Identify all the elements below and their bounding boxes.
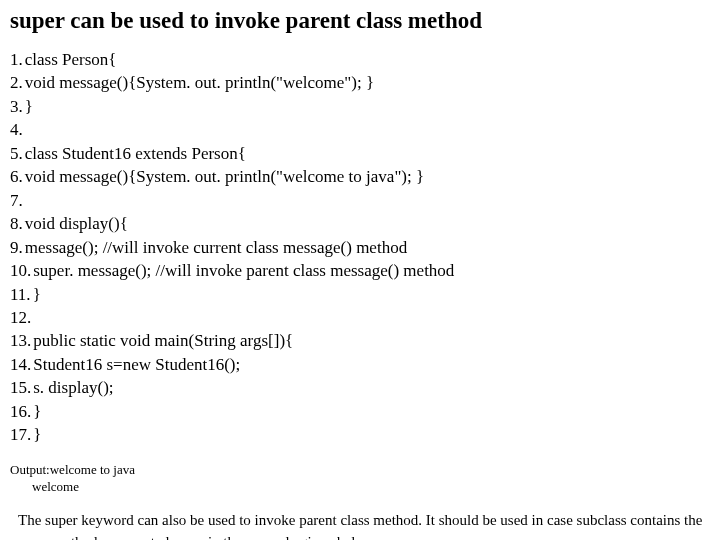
code-line: 4. — [10, 118, 710, 141]
code-listing: 1.class Person{2.void message(){System. … — [10, 48, 710, 447]
code-line: 13.public static void main(String args[]… — [10, 329, 710, 352]
line-number: 5. — [10, 142, 23, 165]
code-line: 14.Student16 s=new Student16(); — [10, 353, 710, 376]
line-number: 1. — [10, 48, 23, 71]
line-number: 13. — [10, 329, 31, 352]
code-text: Student16 s=new Student16(); — [33, 353, 240, 376]
code-text: void message(){System. out. println("wel… — [25, 71, 374, 94]
code-text: } — [25, 95, 33, 118]
code-line: 16.} — [10, 400, 710, 423]
code-line: 7. — [10, 189, 710, 212]
output-line-2: welcome — [10, 478, 710, 496]
code-line: 8.void display(){ — [10, 212, 710, 235]
code-text: s. display(); — [33, 376, 113, 399]
code-line: 12. — [10, 306, 710, 329]
line-number: 15. — [10, 376, 31, 399]
output-label: Output: — [10, 462, 50, 477]
code-text: message(); //will invoke current class m… — [25, 236, 407, 259]
code-text: class Student16 extends Person{ — [25, 142, 246, 165]
code-text: super. message(); //will invoke parent c… — [33, 259, 454, 282]
line-number: 11. — [10, 283, 31, 306]
output-line-1: welcome to java — [50, 462, 135, 477]
code-line: 15.s. display(); — [10, 376, 710, 399]
code-text: void message(){System. out. println("wel… — [25, 165, 424, 188]
line-number: 16. — [10, 400, 31, 423]
line-number: 10. — [10, 259, 31, 282]
output-block: Output:welcome to java welcome — [10, 461, 710, 496]
line-number: 2. — [10, 71, 23, 94]
line-number: 3. — [10, 95, 23, 118]
description-text: The super keyword can also be used to in… — [10, 510, 710, 540]
code-line: 5.class Student16 extends Person{ — [10, 142, 710, 165]
line-number: 6. — [10, 165, 23, 188]
code-line: 3.} — [10, 95, 710, 118]
line-number: 17. — [10, 423, 31, 446]
code-line: 2.void message(){System. out. println("w… — [10, 71, 710, 94]
page-title: super can be used to invoke parent class… — [10, 8, 710, 34]
code-line: 11.} — [10, 283, 710, 306]
code-text: class Person{ — [25, 48, 117, 71]
code-text: } — [33, 283, 41, 306]
code-line: 10.super. message(); //will invoke paren… — [10, 259, 710, 282]
line-number: 9. — [10, 236, 23, 259]
code-line: 6.void message(){System. out. println("w… — [10, 165, 710, 188]
line-number: 14. — [10, 353, 31, 376]
code-text: void display(){ — [25, 212, 128, 235]
line-number: 12. — [10, 306, 31, 329]
line-number: 4. — [10, 118, 23, 141]
line-number: 7. — [10, 189, 23, 212]
code-line: 9.message(); //will invoke current class… — [10, 236, 710, 259]
code-text: } — [33, 423, 41, 446]
code-text: } — [33, 400, 41, 423]
code-text: public static void main(String args[]){ — [33, 329, 293, 352]
code-line: 17.} — [10, 423, 710, 446]
code-line: 1.class Person{ — [10, 48, 710, 71]
line-number: 8. — [10, 212, 23, 235]
